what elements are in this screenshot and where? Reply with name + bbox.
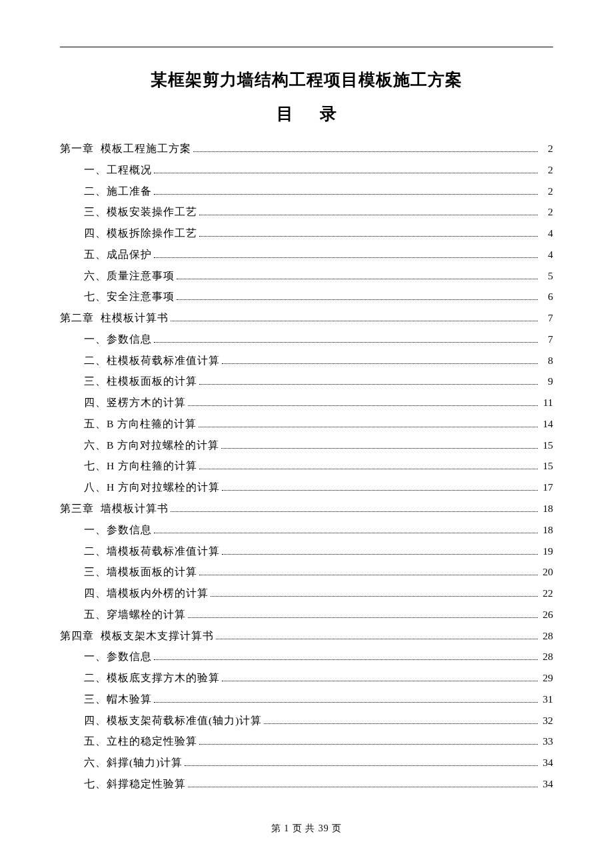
toc-entry: 二、模板底支撑方木的验算29 [60, 667, 553, 689]
toc-entry: 八、H 方向对拉螺栓的计算17 [60, 477, 553, 498]
toc-entry-label: 第四章 [60, 625, 94, 647]
toc-entry: 三、帽木验算31 [60, 689, 553, 710]
toc-entry-page: 2 [540, 138, 553, 159]
toc-dot-leader [188, 405, 538, 406]
toc-entry: 三、墙模板面板的计算20 [60, 561, 553, 583]
toc-entry-page: 28 [540, 646, 553, 667]
toc-entry: 一、参数信息28 [60, 646, 553, 667]
toc-dot-leader [221, 448, 538, 449]
toc-entry: 七、H 方向柱箍的计算15 [60, 455, 553, 477]
toc-entry-page: 34 [540, 752, 553, 773]
toc-entry-text: 模板支架荷载标准值(轴力)计算 [107, 710, 262, 731]
toc-entry-page: 8 [540, 350, 553, 371]
toc-entry-text: 参数信息 [107, 646, 152, 667]
toc-entry-page: 2 [540, 201, 553, 223]
document-title: 某框架剪力墙结构工程项目模板施工方案 [60, 69, 553, 91]
toc-dot-leader [154, 257, 538, 258]
toc-entry-text: 竖楞方木的计算 [107, 392, 186, 413]
toc-entry-page: 33 [540, 731, 553, 752]
toc-entry-label: 二、 [84, 181, 107, 202]
toc-entry-label: 八、 [84, 477, 107, 498]
toc-entry-text: 柱模板面板的计算 [107, 371, 197, 392]
toc-entry: 一、参数信息7 [60, 329, 553, 350]
toc-dot-leader [222, 554, 538, 555]
toc-entry: 六、B 方向对拉螺栓的计算15 [60, 435, 553, 456]
toc-entry-label: 六、 [84, 265, 107, 287]
toc-entry-label: 四、 [84, 583, 107, 604]
toc-entry-page: 7 [540, 307, 553, 329]
toc-entry-text: 质量注意事项 [107, 265, 175, 287]
toc-entry-text: 墙模板内外楞的计算 [107, 583, 209, 604]
toc-entry-label: 二、 [84, 541, 107, 562]
toc-dot-leader [154, 173, 538, 173]
toc-entry-label: 四、 [84, 223, 107, 244]
toc-dot-leader [216, 639, 538, 639]
toc-entry-page: 15 [540, 435, 553, 456]
toc-entry-page: 4 [540, 223, 553, 244]
toc-entry: 二、柱模板荷载标准值计算8 [60, 350, 553, 371]
table-of-contents: 第一章模板工程施工方案2一、工程概况2二、施工准备2三、模板安装操作工艺2四、模… [60, 138, 553, 795]
toc-entry-page: 14 [540, 413, 553, 435]
toc-entry-text: 模板拆除操作工艺 [107, 223, 197, 244]
toc-dot-leader [154, 702, 538, 703]
toc-entry-label: 一、 [84, 519, 107, 541]
header-rule [60, 47, 553, 47]
toc-entry-label: 二、 [84, 667, 107, 689]
toc-entry-text: 模板底支撑方木的验算 [107, 667, 220, 689]
toc-entry-text: 模板支架木支撑计算书 [101, 625, 214, 647]
toc-dot-leader [199, 744, 538, 745]
toc-entry-page: 20 [540, 561, 553, 583]
toc-entry-label: 三、 [84, 689, 107, 710]
toc-entry-page: 32 [540, 710, 553, 731]
toc-entry-label: 三、 [84, 201, 107, 223]
toc-dot-leader [199, 384, 538, 385]
toc-dot-leader [199, 236, 538, 237]
toc-dot-leader [188, 617, 538, 618]
toc-entry: 四、墙模板内外楞的计算22 [60, 583, 553, 604]
toc-entry-label: 一、 [84, 159, 107, 181]
toc-entry-text: B 方向对拉螺栓的计算 [107, 435, 219, 456]
toc-entry-text: 斜撑(轴力)计算 [107, 752, 183, 773]
toc-entry-label: 五、 [84, 731, 107, 752]
toc-entry-text: 成品保护 [107, 244, 152, 265]
toc-entry-label: 四、 [84, 710, 107, 731]
toc-dot-leader [177, 279, 538, 279]
toc-dot-leader [211, 596, 538, 597]
toc-entry-page: 28 [540, 625, 553, 647]
toc-entry-label: 六、 [84, 435, 107, 456]
toc-entry-label: 三、 [84, 371, 107, 392]
toc-entry-page: 18 [540, 498, 553, 519]
toc-entry-text: 帽木验算 [107, 689, 152, 710]
toc-dot-leader [222, 363, 538, 364]
toc-entry-text: 柱模板计算书 [101, 307, 169, 329]
document-page: 某框架剪力墙结构工程项目模板施工方案 目录 第一章模板工程施工方案2一、工程概况… [0, 0, 613, 795]
toc-entry-label: 第三章 [60, 498, 94, 519]
toc-dot-leader [222, 490, 538, 491]
toc-entry-page: 26 [540, 604, 553, 625]
toc-entry-text: H 方向对拉螺栓的计算 [107, 477, 220, 498]
toc-entry: 第二章柱模板计算书7 [60, 307, 553, 329]
toc-entry-text: 墙模板面板的计算 [107, 561, 197, 583]
toc-entry-page: 34 [540, 773, 553, 795]
toc-entry-text: 柱模板荷载标准值计算 [107, 350, 220, 371]
toc-entry-page: 18 [540, 519, 553, 541]
toc-entry-text: 穿墙螺栓的计算 [107, 604, 186, 625]
toc-entry: 六、质量注意事项5 [60, 265, 553, 287]
toc-entry: 第一章模板工程施工方案2 [60, 138, 553, 159]
toc-entry-label: 七、 [84, 286, 107, 307]
toc-entry-page: 7 [540, 329, 553, 350]
toc-entry-label: 七、 [84, 773, 107, 795]
toc-dot-leader [177, 299, 538, 300]
toc-entry-label: 三、 [84, 561, 107, 583]
toc-entry: 四、模板拆除操作工艺4 [60, 223, 553, 244]
toc-dot-leader [199, 427, 538, 427]
toc-entry-label: 五、 [84, 604, 107, 625]
toc-dot-leader [264, 723, 538, 724]
toc-entry: 四、竖楞方木的计算11 [60, 392, 553, 413]
toc-entry: 二、墙模板荷载标准值计算19 [60, 541, 553, 562]
toc-entry-page: 9 [540, 371, 553, 392]
toc-entry-text: 模板工程施工方案 [101, 138, 191, 159]
toc-entry-page: 4 [540, 244, 553, 265]
toc-entry-text: 工程概况 [107, 159, 152, 181]
toc-entry-label: 第二章 [60, 307, 94, 329]
